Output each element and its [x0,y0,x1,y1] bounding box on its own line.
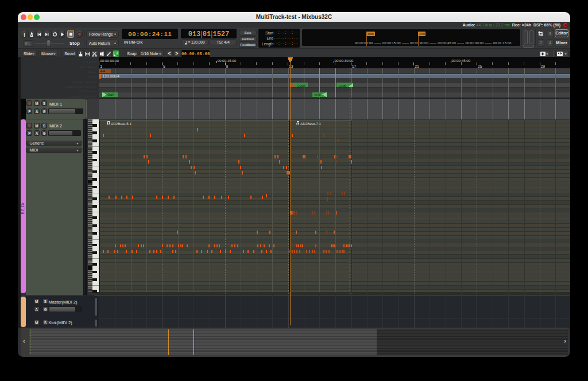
svg-text:AD2Beat-6.1: AD2Beat-6.1 [111,122,132,126]
svg-text:5: 5 [163,65,165,69]
svg-text:start: start [107,93,114,97]
svg-text:Loop: Loop [339,84,347,88]
svg-text:00:00:00:00: 00:00:00:00 [100,59,119,63]
svg-text:AD2Beat-7.1: AD2Beat-7.1 [300,122,322,126]
svg-text:120.000/4: 120.000/4 [103,75,120,79]
svg-text:4/4: 4/4 [100,69,106,73]
svg-text:!: ! [24,32,25,37]
svg-text:Loop: Loop [297,84,305,88]
svg-text:25: 25 [478,65,482,69]
svg-text:29: 29 [541,65,546,69]
svg-text:end: end [315,93,321,97]
svg-text:1: 1 [100,65,102,69]
svg-text:17: 17 [352,65,357,69]
svg-text:00:00:15:00: 00:00:15:00 [218,59,237,63]
svg-text:21: 21 [415,65,419,69]
svg-text:9: 9 [226,65,229,69]
svg-text:13: 13 [289,65,293,69]
